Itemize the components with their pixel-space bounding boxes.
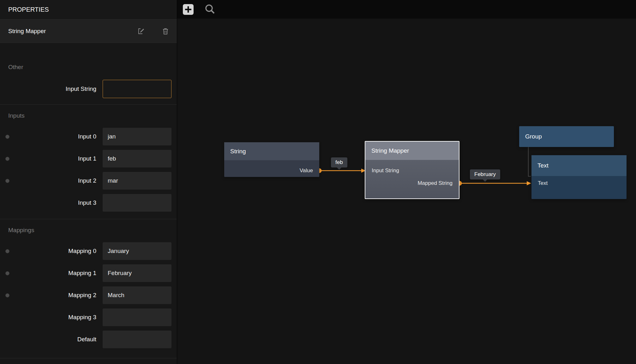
properties-panel: PROPERTIES String Mapper: [0, 0, 177, 364]
property-row-input-3: Input 3: [0, 192, 177, 214]
input-string-field[interactable]: [103, 80, 171, 98]
input-0-port-dot[interactable]: [5, 135, 9, 139]
divider: [0, 219, 177, 219]
node-canvas[interactable]: String Value String Mapper Input String …: [177, 19, 636, 364]
property-row-mapping-3: Mapping 3: [0, 306, 177, 328]
property-row-input-1: Input 1: [0, 148, 177, 170]
editor-area: String Value String Mapper Input String …: [177, 0, 636, 364]
edge-arrowhead: [527, 181, 531, 185]
mapping-1-field[interactable]: [103, 264, 171, 282]
node-text[interactable]: Text Text: [531, 155, 627, 199]
group-child-connector: [528, 147, 531, 176]
input-2-field[interactable]: [103, 172, 171, 190]
port-text[interactable]: Text: [531, 177, 627, 190]
input-1-field[interactable]: [103, 150, 171, 167]
node-title[interactable]: Text: [531, 155, 627, 176]
node-string-mapper[interactable]: String Mapper Input String Mapped String: [365, 141, 459, 199]
edge-value-label: February: [470, 169, 500, 179]
mapping-2-field[interactable]: [103, 286, 171, 304]
port-mapped-string[interactable]: Mapped String: [365, 177, 459, 190]
property-row-mapping-0: Mapping 0: [0, 240, 177, 262]
selected-node-name: String Mapper: [8, 28, 46, 35]
panel-title: PROPERTIES: [8, 6, 49, 13]
section-label-mappings: Mappings: [8, 226, 177, 234]
zoom-icon[interactable]: [204, 4, 216, 15]
property-row-input-2: Input 2: [0, 170, 177, 192]
mapping-1-port-dot[interactable]: [5, 271, 9, 275]
node-title[interactable]: String Mapper: [365, 142, 459, 160]
node-title[interactable]: Group: [519, 126, 614, 147]
property-row-mapping-1: Mapping 1: [0, 262, 177, 284]
section-label-inputs: Inputs: [8, 112, 177, 120]
divider: [0, 104, 177, 105]
node-title[interactable]: String: [224, 142, 319, 160]
divider: [0, 358, 177, 358]
input-1-port-dot[interactable]: [5, 157, 9, 161]
default-field[interactable]: [103, 331, 171, 348]
input-3-field[interactable]: [103, 194, 171, 212]
property-label: Input String: [15, 85, 96, 92]
mapping-3-field[interactable]: [103, 308, 171, 326]
edit-pencil-icon[interactable]: [138, 28, 145, 35]
section-label-other: Other: [8, 63, 177, 71]
node-group[interactable]: Group: [519, 126, 614, 147]
property-label: Mapping 1: [15, 270, 96, 277]
property-row-input-0: Input 0: [0, 126, 177, 148]
property-row-input-string: Input String: [0, 79, 177, 98]
property-row-mapping-2: Mapping 2: [0, 284, 177, 306]
panel-header: PROPERTIES: [0, 0, 177, 20]
mapping-0-field[interactable]: [103, 242, 171, 260]
property-label: Input 2: [15, 177, 96, 184]
input-2-port-dot[interactable]: [5, 179, 9, 183]
trash-icon[interactable]: [162, 28, 169, 35]
app-window: PROPERTIES String Mapper: [0, 0, 636, 364]
port-input-string[interactable]: Input String: [365, 164, 459, 177]
mapping-0-port-dot[interactable]: [5, 249, 9, 253]
property-label: Input 3: [15, 199, 96, 206]
mapping-2-port-dot[interactable]: [5, 293, 9, 297]
input-0-field[interactable]: [103, 128, 171, 145]
edge-value-label: feb: [331, 157, 347, 167]
property-label: Input 0: [15, 133, 96, 140]
add-node-icon[interactable]: [182, 3, 194, 15]
property-row-default: Default: [0, 328, 177, 350]
selected-node-row: String Mapper: [0, 20, 177, 43]
node-string[interactable]: String Value: [224, 142, 319, 177]
property-label: Mapping 3: [15, 314, 96, 321]
property-label: Default: [15, 336, 96, 343]
port-value[interactable]: Value: [224, 164, 319, 177]
property-label: Input 1: [15, 155, 96, 162]
property-label: Mapping 2: [15, 292, 96, 299]
property-label: Mapping 0: [15, 248, 96, 255]
canvas-toolbar: [177, 0, 636, 19]
